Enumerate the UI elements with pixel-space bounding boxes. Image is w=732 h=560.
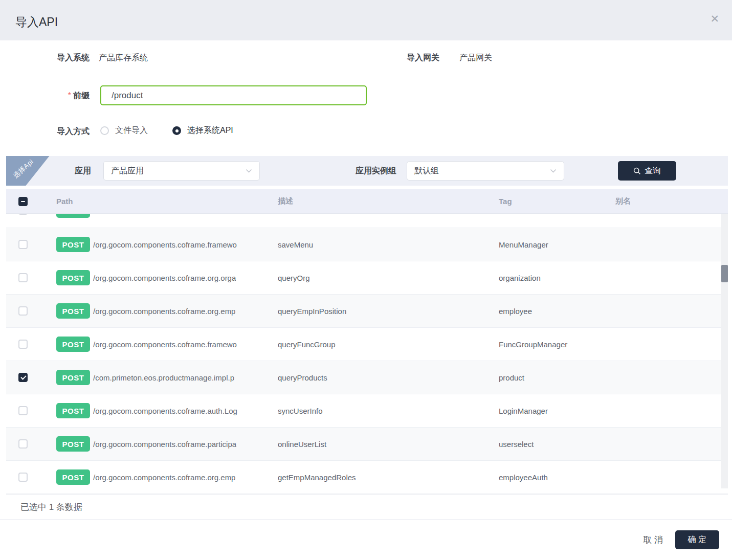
- cancel-button[interactable]: 取 消: [643, 534, 663, 546]
- gateway-value: 产品网关: [459, 53, 492, 63]
- radio-file-import[interactable]: 文件导入: [100, 125, 148, 136]
- dialog-header: 导入API ✕: [0, 0, 732, 40]
- filter-bar: 选择Api 应用 产品应用 应用实例组 默认组 查询: [6, 156, 728, 186]
- method-badge: POST: [56, 214, 90, 218]
- api-path: /org.gocom.components.coframe.org.emp: [93, 307, 235, 316]
- method-badge: POST: [56, 237, 90, 252]
- app-select[interactable]: 产品应用: [103, 161, 260, 181]
- scrollbar-thumb[interactable]: [721, 265, 728, 282]
- table-row[interactable]: POST: [6, 214, 728, 228]
- api-description: syncUserInfo: [278, 407, 499, 415]
- api-tag: LoginManager: [499, 407, 615, 415]
- confirm-button[interactable]: 确 定: [675, 530, 719, 549]
- row-checkbox[interactable]: [18, 214, 28, 215]
- system-value: 产品库存系统: [99, 53, 148, 63]
- method-badge: POST: [56, 370, 90, 385]
- close-icon[interactable]: ✕: [710, 13, 719, 24]
- selection-count-bar: 已选中 1 条数据: [0, 495, 732, 520]
- api-path: /org.gocom.components.coframe.org.emp: [93, 473, 235, 482]
- radio-select-system-api[interactable]: 选择系统API: [172, 125, 233, 136]
- select-all-checkbox[interactable]: [18, 197, 28, 206]
- query-button[interactable]: 查询: [618, 161, 676, 181]
- row-checkbox[interactable]: [18, 273, 28, 282]
- api-picker: 选择Api 应用 产品应用 应用实例组 默认组 查询 Path 描述: [6, 156, 728, 495]
- api-tag: userselect: [499, 440, 615, 449]
- table-body: POST POST /org.gocom.components.coframe.…: [6, 214, 728, 494]
- search-icon: [633, 167, 641, 175]
- column-header-alias: 别名: [615, 196, 728, 206]
- api-description: getEmpManagedRoles: [278, 473, 499, 482]
- column-header-tag: Tag: [499, 197, 615, 206]
- method-badge: POST: [56, 303, 90, 319]
- method-badge: POST: [56, 436, 90, 452]
- row-checkbox[interactable]: [18, 406, 28, 415]
- dialog-footer: 取 消 确 定: [0, 520, 732, 560]
- api-description: onlineUserList: [278, 440, 499, 449]
- api-tag: MenuManager: [499, 240, 615, 249]
- api-description: queryEmpInPosition: [278, 307, 499, 316]
- row-checkbox[interactable]: [18, 439, 28, 449]
- table-header-row: Path 描述 Tag 别名: [6, 189, 728, 214]
- api-tag: employeeAuth: [499, 473, 615, 482]
- dialog-title: 导入API: [15, 14, 58, 30]
- system-label: 导入系统: [0, 53, 90, 63]
- radio-icon: [172, 126, 181, 135]
- api-path: /org.gocom.components.coframe.auth.Log: [93, 407, 237, 415]
- radio-icon: [100, 126, 109, 135]
- selected-count-text: 已选中 1 条数据: [20, 501, 82, 513]
- api-tag: FuncGroupManager: [499, 340, 615, 349]
- mode-label: 导入方式: [0, 126, 90, 137]
- api-path: /com.primeton.eos.productmanage.impl.p: [93, 373, 234, 382]
- chevron-down-icon: [246, 169, 252, 173]
- instance-group-select[interactable]: 默认组: [407, 161, 564, 181]
- vertical-scrollbar[interactable]: [721, 214, 728, 488]
- column-header-desc: 描述: [278, 196, 499, 206]
- api-description: saveMenu: [278, 240, 499, 249]
- table-row[interactable]: POST /org.gocom.components.coframe.org.e…: [6, 295, 728, 328]
- api-description: queryFuncGroup: [278, 340, 499, 349]
- required-asterisk: *: [68, 91, 71, 100]
- table-row[interactable]: POST /org.gocom.components.coframe.frame…: [6, 328, 728, 361]
- row-checkbox[interactable]: [18, 240, 28, 249]
- row-checkbox[interactable]: [18, 306, 28, 316]
- method-badge: POST: [56, 270, 90, 285]
- import-api-dialog: 导入API ✕ 导入系统 产品库存系统 导入网关 产品网关 *前缀 导入方式 文…: [0, 0, 732, 560]
- api-path: /org.gocom.components.coframe.participa: [93, 440, 236, 449]
- api-path: /org.gocom.components.coframe.framewo: [93, 240, 237, 249]
- gateway-label: 导入网关: [407, 53, 439, 63]
- api-tag: product: [499, 373, 615, 382]
- spacer: [6, 186, 728, 189]
- api-path: /org.gocom.components.coframe.org.orga: [93, 274, 236, 282]
- method-badge: POST: [56, 337, 90, 352]
- row-checkbox[interactable]: [18, 340, 28, 349]
- column-header-path: Path: [51, 197, 278, 206]
- table-row[interactable]: POST /org.gocom.components.coframe.org.o…: [6, 261, 728, 295]
- import-form: 导入系统 产品库存系统 导入网关 产品网关 *前缀 导入方式 文件导入 选择系统…: [0, 40, 732, 156]
- method-badge: POST: [56, 403, 90, 418]
- method-badge: POST: [56, 469, 90, 485]
- api-tag: employee: [499, 307, 615, 316]
- api-tag: organization: [499, 274, 615, 282]
- table-row[interactable]: POST /org.gocom.components.coframe.frame…: [6, 228, 728, 261]
- api-description: queryOrg: [278, 274, 499, 282]
- api-description: queryProducts: [278, 373, 499, 382]
- table-row[interactable]: POST /org.gocom.components.coframe.parti…: [6, 428, 728, 461]
- table-row[interactable]: POST /org.gocom.components.coframe.auth.…: [6, 394, 728, 428]
- table-row[interactable]: POST /com.primeton.eos.productmanage.imp…: [6, 361, 728, 394]
- chevron-down-icon: [550, 169, 557, 173]
- prefix-label: *前缀: [0, 91, 90, 101]
- row-checkbox[interactable]: [18, 473, 28, 482]
- table-row[interactable]: POST /org.gocom.components.coframe.org.e…: [6, 461, 728, 494]
- api-path: /org.gocom.components.coframe.framewo: [93, 340, 237, 349]
- prefix-input[interactable]: [100, 85, 367, 105]
- instance-group-label: 应用实例组: [282, 166, 396, 176]
- app-label: 应用: [6, 166, 91, 176]
- api-table: Path 描述 Tag 别名 POST POST /org.gocom.comp…: [6, 189, 728, 495]
- row-checkbox[interactable]: [18, 373, 28, 382]
- import-mode-radio-group: 文件导入 选择系统API: [100, 125, 258, 136]
